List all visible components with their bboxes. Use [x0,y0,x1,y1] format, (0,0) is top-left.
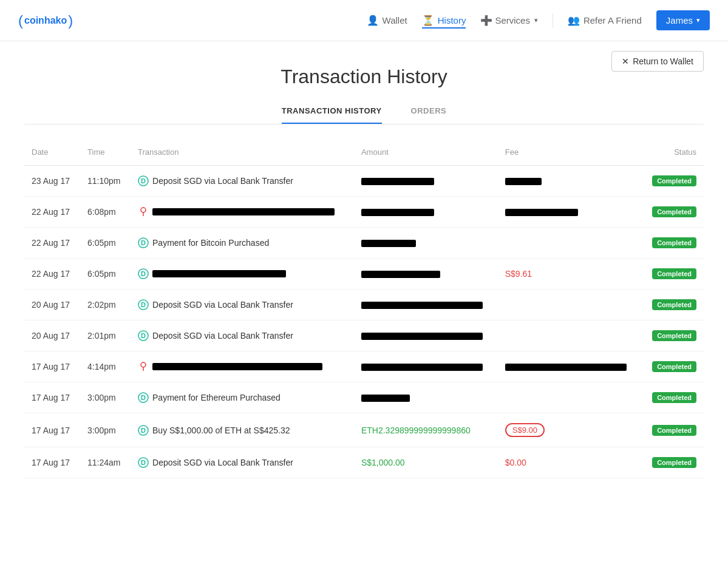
redacted-amount [361,302,483,309]
nav-refer[interactable]: 👥 Refer A Friend [568,15,642,26]
col-header-amount: Amount [354,143,498,166]
cell-fee: $0.00 [498,447,642,478]
cell-transaction: DDeposit SGD via Local Bank Transfer [131,320,354,351]
status-badge: Completed [652,268,696,279]
redacted-tx [152,363,322,370]
fee-value: $0.00 [505,458,526,467]
status-badge: Completed [652,330,696,341]
table-row: 23 Aug 1711:10pmDDeposit SGD via Local B… [24,166,704,197]
cell-date: 22 Aug 17 [24,197,80,228]
cell-transaction: DDeposit SGD via Local Bank Transfer [131,290,354,320]
wallet-icon: 👤 [367,15,379,26]
logo[interactable]: ( coinhako ) [18,12,73,29]
return-to-wallet-button[interactable]: ✕ Return to Wallet [611,51,704,72]
fee-value-circled: S$9.00 [505,423,545,437]
status-badge: Completed [652,392,696,403]
redacted-fee [505,178,542,185]
tx-label: Deposit SGD via Local Bank Transfer [152,300,293,310]
col-header-transaction: Transaction [131,143,354,166]
cell-time: 11:10pm [80,166,131,197]
cell-date: 22 Aug 17 [24,228,80,259]
cell-time: 6:05pm [80,259,131,290]
table-row: 22 Aug 176:08pmCompleted [24,197,704,228]
tx-label: Payment for Ethereum Purchased [152,393,281,402]
table-row: 20 Aug 172:01pmDDeposit SGD via Local Ba… [24,320,704,351]
deposit-icon: D [138,457,149,468]
svg-text:D: D [141,394,146,401]
deposit-icon: D [138,330,149,341]
tx-label: Deposit SGD via Local Bank Transfer [152,331,293,341]
table-row: 22 Aug 176:05pmDPayment for Bitcoin Purc… [24,228,704,259]
svg-point-2 [141,208,146,212]
svg-text:D: D [141,427,146,434]
cell-status: Completed [642,351,704,382]
tab-transaction-history[interactable]: TRANSACTION HISTORY [282,106,382,124]
cell-date: 17 Aug 17 [24,382,80,413]
refer-icon: 👥 [568,15,580,26]
page-content: ✕ Return to Wallet Transaction History T… [0,41,728,503]
cell-amount: ETH2.329899999999999860 [354,413,498,447]
cell-status: Completed [642,413,704,447]
redacted-fee [505,364,627,371]
status-badge: Completed [652,425,696,436]
cell-status: Completed [642,197,704,228]
cell-date: 20 Aug 17 [24,290,80,320]
tx-label: Buy S$1,000.00 of ETH at S$425.32 [152,426,290,435]
cell-date: 17 Aug 17 [24,413,80,447]
status-badge: Completed [652,457,696,468]
cell-time: 6:05pm [80,228,131,259]
cell-status: Completed [642,290,704,320]
nav-wallet[interactable]: 👤 Wallet [367,12,407,29]
cell-status: Completed [642,166,704,197]
cell-fee: S$9.00 [498,413,642,447]
cell-transaction: DDeposit SGD via Local Bank Transfer [131,447,354,478]
redacted-tx [152,270,286,277]
cell-date: 20 Aug 17 [24,320,80,351]
nav: 👤 Wallet ⏳ History ➕ Services ▾ 👥 Refer … [367,10,710,30]
cell-amount [354,290,498,320]
nav-history[interactable]: ⏳ History [422,12,466,29]
cell-date: 23 Aug 17 [24,166,80,197]
cell-fee [498,320,642,351]
col-header-date: Date [24,143,80,166]
cell-amount [354,382,498,413]
tab-orders[interactable]: ORDERS [411,106,447,124]
deposit-icon: D [138,392,149,403]
col-header-status: Status [642,143,704,166]
user-chevron-icon: ▾ [696,16,700,24]
services-icon: ➕ [480,15,492,26]
cell-amount [354,259,498,290]
tabs: TRANSACTION HISTORY ORDERS [24,106,704,124]
cell-transaction: D [131,259,354,290]
col-header-time: Time [80,143,131,166]
tx-label: Deposit SGD via Local Bank Transfer [152,458,293,467]
cell-time: 3:00pm [80,413,131,447]
status-badge: Completed [652,206,696,217]
cell-transaction: DPayment for Ethereum Purchased [131,382,354,413]
col-header-fee: Fee [498,143,642,166]
logo-bracket-left: ( [18,12,23,29]
svg-point-12 [141,362,146,367]
header: ( coinhako ) 👤 Wallet ⏳ History ➕ Servic… [0,0,728,41]
status-badge: Completed [652,361,696,372]
table-row: 17 Aug 174:14pmCompleted [24,351,704,382]
pin-icon [138,206,149,217]
redacted-amount [361,178,434,185]
cell-fee [498,197,642,228]
user-menu-button[interactable]: James ▾ [656,10,710,30]
cell-fee: S$9.61 [498,259,642,290]
transaction-table: Date Time Transaction Amount Fee Status … [24,143,704,478]
deposit-icon: D [138,175,149,186]
status-badge: Completed [652,299,696,310]
deposit-icon: D [138,237,149,248]
table-row: 17 Aug 1711:24amDDeposit SGD via Local B… [24,447,704,478]
redacted-amount [361,395,410,402]
status-badge: Completed [652,175,696,186]
nav-services[interactable]: ➕ Services ▾ [480,15,538,26]
history-icon: ⏳ [422,15,434,26]
fee-value: S$9.61 [505,269,532,279]
cell-amount [354,351,498,382]
cell-fee [498,166,642,197]
tx-label: Payment for Bitcoin Purchased [152,238,269,248]
svg-text:D: D [141,332,146,339]
